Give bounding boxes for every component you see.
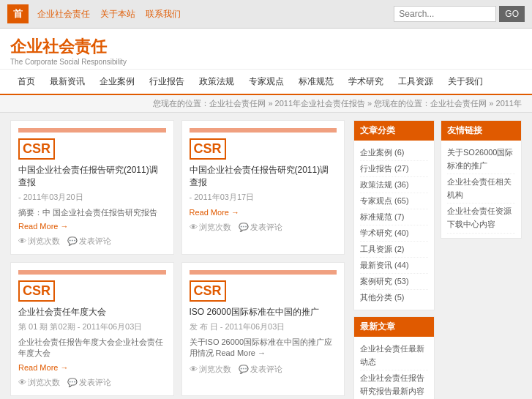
eye-icon-2: 👁 <box>190 223 198 231</box>
search-button[interactable]: GO <box>499 6 525 22</box>
post-meta-4: 👁 浏览次数 💬 发表评论 <box>190 364 337 375</box>
post-excerpt-3: 企业社会责任报告年度大会企业社会责任年度大会 <box>18 337 166 359</box>
posts-row-1: CSR 中国企业社会责任报告研究(2011)调查报 - 2011年03月20日 … <box>10 120 345 255</box>
post-date-4: 发 布 日 - 2011年06月03日 <box>190 321 337 332</box>
comment-icon-3: 💬 <box>67 378 78 387</box>
sub-nav-experts[interactable]: 专家观点 <box>241 70 291 94</box>
post-comments-2: 💬 发表评论 <box>239 222 282 233</box>
recent-link-1[interactable]: 企业社会责任报告研究报告最新内容一览 <box>360 370 428 399</box>
post-title-4: ISO 26000国际标准在中国的推广 <box>190 306 337 318</box>
post-card-2: CSR 中国企业社会责任报告研究(2011)调查报 - 2011年03月17日 … <box>181 120 345 255</box>
post-card-4: CSR ISO 26000国际标准在中国的推广 发 布 日 - 2011年06月… <box>181 262 345 396</box>
cat-8[interactable]: 案例研究 (53) <box>360 274 428 290</box>
post-card-3: CSR 企业社会责任年度大会 第 01 期 第02期 - 2011年06月03日… <box>10 262 174 396</box>
read-more-3[interactable]: Read More → <box>18 363 68 372</box>
post-views-3: 👁 浏览次数 <box>18 377 60 388</box>
cat-9[interactable]: 其他分类 (5) <box>360 290 428 305</box>
post-top-bar-4 <box>190 270 337 275</box>
page-subtitle: The Corporate Social Responsibility <box>10 58 522 66</box>
sub-nav-home[interactable]: 首页 <box>10 70 42 94</box>
post-date-1: - 2011年03月20日 <box>18 192 166 203</box>
post-top-bar-3 <box>18 270 166 275</box>
recent-link-0[interactable]: 企业社会责任最新动态 <box>360 341 428 370</box>
post-meta-1: 👁 浏览次数 💬 发表评论 <box>18 236 166 247</box>
post-meta-2: 👁 浏览次数 💬 发表评论 <box>190 222 337 233</box>
sidebar: 文章分类 企业案例 (6) 行业报告 (27) 政策法规 (36) <box>353 120 522 399</box>
post-date-3: 第 01 期 第02期 - 2011年06月03日 <box>18 321 166 332</box>
header: 首 企业社会责任 关于本站 联系我们 GO <box>0 0 532 29</box>
cat-2[interactable]: 政策法规 (36) <box>360 177 428 193</box>
post-views-4: 👁 浏览次数 <box>190 364 231 375</box>
post-excerpt-4: 关于ISO 26000国际标准在中国的推广应用情况 Read More → <box>190 337 337 359</box>
eye-icon: 👁 <box>18 236 26 245</box>
sub-nav-reports[interactable]: 行业报告 <box>142 70 192 94</box>
comment-icon-2: 💬 <box>239 223 249 232</box>
post-excerpt-1: 摘要：中 国企业社会责任报告研究报告 <box>18 207 166 218</box>
categories-body: 企业案例 (6) 行业报告 (27) 政策法规 (36) 专家观点 (65) <box>354 141 434 310</box>
nav-item-csr[interactable]: 企业社会责任 <box>37 8 90 20</box>
posts-row-2: CSR 企业社会责任年度大会 第 01 期 第02期 - 2011年06月03日… <box>10 262 345 396</box>
categories-widget: 文章分类 企业案例 (6) 行业报告 (27) 政策法规 (36) <box>353 120 435 310</box>
sub-nav-tools[interactable]: 工具资源 <box>391 70 441 94</box>
sidebar-col-1: 文章分类 企业案例 (6) 行业报告 (27) 政策法规 (36) <box>353 120 435 399</box>
post-title-2: 中国企业社会责任报告研究(2011)调查报 <box>190 164 337 189</box>
cat-3[interactable]: 专家观点 (65) <box>360 193 428 209</box>
sub-nav: 首页 最新资讯 企业案例 行业报告 政策法规 专家观点 标准规范 学术研究 工具… <box>0 70 532 95</box>
post-meta-3: 👁 浏览次数 💬 发表评论 <box>18 377 166 388</box>
links-body: 关于SO26000国际标准的推广 企业社会责任相关机构 企业社会责任资源下载中心… <box>441 141 521 238</box>
cat-7[interactable]: 最新资讯 (44) <box>360 258 428 274</box>
eye-icon-3: 👁 <box>18 378 26 387</box>
cat-4[interactable]: 标准规范 (7) <box>360 209 428 225</box>
page-title: 企业社会责任 <box>10 36 522 58</box>
post-views-1: 👁 浏览次数 <box>18 236 60 247</box>
search-area: GO <box>394 6 525 22</box>
post-top-bar-1 <box>18 128 166 133</box>
comment-icon-4: 💬 <box>239 365 249 374</box>
cat-1[interactable]: 行业报告 (27) <box>360 161 428 177</box>
post-comments-4: 💬 发表评论 <box>239 364 282 375</box>
comment-icon: 💬 <box>67 236 78 246</box>
recent-posts-body: 企业社会责任最新动态 企业社会责任报告研究报告最新内容一览 <box>354 337 434 399</box>
link-0[interactable]: 关于SO26000国际标准的推广 <box>447 145 515 174</box>
content-area: CSR 中国企业社会责任报告研究(2011)调查报 - 2011年03月20日 … <box>10 120 345 399</box>
post-logo-2: CSR <box>190 138 226 160</box>
post-comments-3: 💬 发表评论 <box>67 377 111 388</box>
recent-posts-title: 最新文章 <box>354 317 434 337</box>
post-logo-3: CSR <box>18 280 55 302</box>
breadcrumb: 您现在的位置：企业社会责任网 » 2011年企业社会责任报告 » 您现在的位置：… <box>0 95 532 113</box>
recent-posts-widget: 最新文章 企业社会责任最新动态 企业社会责任报告研究报告最新内容一览 <box>353 316 435 399</box>
links-widget: 友情链接 关于SO26000国际标准的推广 企业社会责任相关机构 企业社会责任资… <box>441 120 522 239</box>
post-top-bar-2 <box>190 128 337 133</box>
nav-item-about[interactable]: 关于本站 <box>100 8 135 20</box>
sub-nav-news[interactable]: 最新资讯 <box>42 70 92 94</box>
link-1[interactable]: 企业社会责任相关机构 <box>447 174 515 204</box>
nav-item-contact[interactable]: 联系我们 <box>146 8 181 20</box>
logo[interactable]: 首 <box>7 4 29 23</box>
search-input[interactable] <box>394 6 496 22</box>
categories-title: 文章分类 <box>354 121 434 141</box>
header-nav: 企业社会责任 关于本站 联系我们 <box>37 8 385 20</box>
sub-nav-policy[interactable]: 政策法规 <box>192 70 241 94</box>
main-content: CSR 中国企业社会责任报告研究(2011)调查报 - 2011年03月20日 … <box>0 113 532 399</box>
cat-0[interactable]: 企业案例 (6) <box>360 145 428 161</box>
eye-icon-4: 👁 <box>190 365 198 373</box>
cat-6[interactable]: 工具资源 (2) <box>360 242 428 258</box>
cat-5[interactable]: 学术研究 (40) <box>360 225 428 242</box>
post-comments-1: 💬 发表评论 <box>67 236 111 247</box>
links-title: 友情链接 <box>441 121 521 141</box>
post-title-3: 企业社会责任年度大会 <box>18 306 166 318</box>
sub-nav-about[interactable]: 关于我们 <box>441 70 490 94</box>
sidebar-col-2: 友情链接 关于SO26000国际标准的推广 企业社会责任相关机构 企业社会责任资… <box>441 120 522 399</box>
post-card-1: CSR 中国企业社会责任报告研究(2011)调查报 - 2011年03月20日 … <box>10 120 174 255</box>
sub-nav-academic[interactable]: 学术研究 <box>341 70 391 94</box>
post-date-2: - 2011年03月17日 <box>190 192 337 203</box>
sub-nav-standards[interactable]: 标准规范 <box>291 70 341 94</box>
page-title-section: 企业社会责任 The Corporate Social Responsibili… <box>0 29 532 70</box>
link-2[interactable]: 企业社会责任资源下载中心内容 <box>447 204 515 233</box>
post-logo-1: CSR <box>18 138 55 160</box>
post-views-2: 👁 浏览次数 <box>190 222 231 233</box>
sub-nav-cases[interactable]: 企业案例 <box>92 70 142 94</box>
post-title-1: 中国企业社会责任报告研究(2011)调查报 <box>18 164 166 189</box>
read-more-2[interactable]: Read More → <box>190 208 239 217</box>
read-more-1[interactable]: Read More → <box>18 222 68 231</box>
